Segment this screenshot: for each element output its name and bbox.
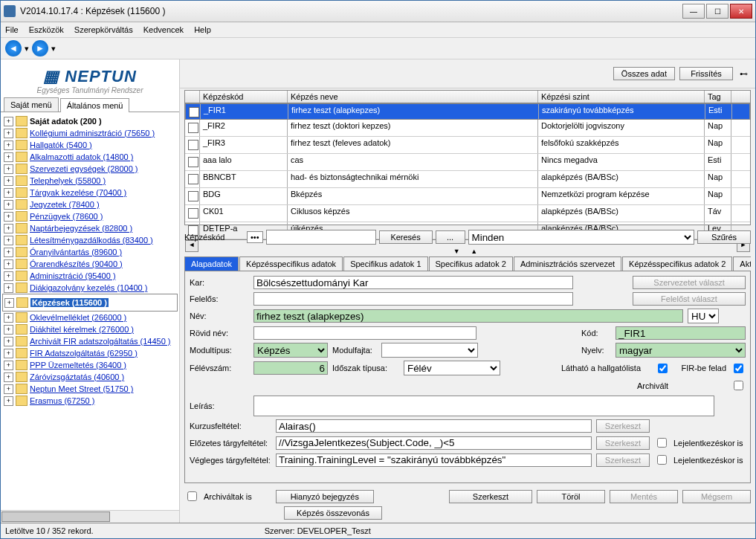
- tree-node[interactable]: +Alkalmazotti adatok (14800 ): [2, 151, 178, 163]
- chevron-down-icon[interactable]: ▾: [25, 44, 29, 54]
- osszevonas-button[interactable]: Képzés összevonás: [284, 506, 382, 520]
- expand-icon[interactable]: +: [4, 361, 13, 370]
- tree-node[interactable]: +Diákhitel kérelmek (276000 ): [2, 323, 178, 335]
- kurzus-field[interactable]: [276, 419, 592, 433]
- chevron-down-icon[interactable]: ▾: [51, 44, 56, 54]
- table-row[interactable]: BBNCBThad- és biztonságtechnikai mérnöki…: [185, 171, 750, 188]
- nav-forward-button[interactable]: ►: [32, 40, 48, 57]
- tree-node[interactable]: +Létesítménygazdálkodás (83400 ): [2, 234, 178, 246]
- tab-kepzesspec[interactable]: Képzésspecifikus adatok: [239, 256, 343, 271]
- row-check[interactable]: [189, 107, 199, 117]
- tree-node[interactable]: +Saját adatok (200 ): [2, 115, 178, 127]
- tree-node[interactable]: +Oklevélmelléklet (266000 ): [2, 312, 178, 323]
- archivaltak-check[interactable]: [187, 491, 197, 501]
- expand-icon[interactable]: +: [4, 298, 14, 308]
- col-tag[interactable]: Tag: [705, 91, 731, 103]
- tree-hscroll[interactable]: [1, 510, 179, 523]
- modulfajta-select[interactable]: [381, 343, 478, 358]
- expand-icon[interactable]: +: [4, 141, 13, 150]
- expand-icon[interactable]: +: [4, 236, 13, 245]
- all-data-button[interactable]: Összes adat: [613, 67, 675, 80]
- menu-role[interactable]: Szerepkörváltás: [74, 25, 133, 34]
- kod-field[interactable]: [616, 326, 746, 340]
- felelos-field[interactable]: [253, 292, 573, 306]
- splitter-icon[interactable]: ▼ ▲: [180, 248, 755, 256]
- expand-icon[interactable]: +: [4, 271, 13, 281]
- tab-aktu[interactable]: Aktu: [733, 256, 751, 271]
- lathato-check[interactable]: [658, 364, 668, 373]
- tab-alapadatok[interactable]: Alapadatok: [184, 256, 239, 271]
- expand-icon[interactable]: +: [4, 396, 13, 406]
- elozetes-lejel-check[interactable]: [657, 438, 667, 448]
- menu-tools[interactable]: Eszközök: [29, 25, 64, 34]
- search-combo[interactable]: Minden: [468, 230, 694, 245]
- row-check[interactable]: [188, 157, 198, 167]
- tab-kepzesspec2[interactable]: Képzésspecifikus adatok 2: [622, 256, 732, 271]
- lang-select[interactable]: HU: [688, 309, 719, 323]
- tab-spec1[interactable]: Specifikus adatok 1: [343, 256, 427, 271]
- expand-icon[interactable]: +: [4, 212, 13, 222]
- expand-icon[interactable]: +: [4, 349, 13, 358]
- expand-icon[interactable]: +: [4, 283, 13, 293]
- maximize-button[interactable]: ☐: [706, 4, 728, 19]
- modultipus-select[interactable]: Képzés: [253, 343, 328, 358]
- leiras-field[interactable]: [253, 396, 714, 416]
- mentes-button[interactable]: Mentés: [610, 490, 678, 503]
- szervezet-button[interactable]: Szervezetet választ: [633, 276, 746, 289]
- tree-node[interactable]: +Órarendkészítés (90400 ): [2, 258, 178, 270]
- tree-node[interactable]: +Hallgatók (5400 ): [2, 139, 178, 151]
- expand-icon[interactable]: +: [4, 313, 13, 323]
- row-check[interactable]: [188, 208, 198, 219]
- tab-spec2[interactable]: Specifikus adatok 2: [429, 256, 513, 271]
- idoszak-select[interactable]: Félév: [404, 361, 500, 375]
- expand-icon[interactable]: +: [4, 200, 13, 210]
- expand-icon[interactable]: +: [4, 176, 13, 186]
- tree-node[interactable]: +Adminisztráció (95400 ): [2, 270, 178, 282]
- pin-icon[interactable]: ⊷: [737, 68, 749, 80]
- nav-tree[interactable]: +Saját adatok (200 )+Kollégiumi adminisz…: [1, 112, 179, 510]
- tree-node[interactable]: +Telephelyek (55800 ): [2, 175, 178, 187]
- row-check[interactable]: [188, 191, 198, 201]
- kar-field[interactable]: [253, 276, 573, 289]
- expand-icon[interactable]: +: [4, 117, 13, 126]
- expand-icon[interactable]: +: [4, 384, 13, 394]
- menu-file[interactable]: File: [5, 25, 19, 34]
- szerkeszt-button[interactable]: Szerkeszt: [449, 490, 532, 503]
- felelos-button[interactable]: Felelőst választ: [633, 292, 746, 306]
- minimize-button[interactable]: —: [682, 4, 705, 19]
- tree-node[interactable]: +Archivált FIR adatszolgáltatás (14450 ): [2, 335, 178, 347]
- search-mode-icon[interactable]: •••: [247, 231, 263, 243]
- expand-icon[interactable]: +: [4, 259, 13, 269]
- table-row[interactable]: aaa lalocasNincs megadvaEsti: [185, 154, 750, 171]
- felevszam-field[interactable]: [253, 361, 328, 375]
- tree-node[interactable]: +Kollégiumi adminisztráció (75650 ): [2, 127, 178, 139]
- search-button[interactable]: Keresés: [379, 230, 433, 244]
- col-kepzesneve[interactable]: Képzés neve: [288, 91, 538, 103]
- rovidnev-field[interactable]: [253, 326, 476, 340]
- tree-node[interactable]: +Neptun Meet Street (51750 ): [2, 383, 178, 395]
- tree-node[interactable]: +Képzések (115600 ): [2, 294, 178, 312]
- tree-node[interactable]: +Pénzügyek (78600 ): [2, 210, 178, 222]
- expand-icon[interactable]: +: [4, 129, 13, 138]
- col-kepzeskod[interactable]: Képzéskód: [200, 91, 288, 103]
- vegleges-lejel-check[interactable]: [657, 455, 667, 465]
- expand-icon[interactable]: +: [4, 337, 13, 346]
- tab-admin[interactable]: Adminisztrációs szervezet: [514, 256, 621, 271]
- refresh-button[interactable]: Frissítés: [679, 67, 733, 80]
- nyelv-select[interactable]: magyar: [616, 343, 746, 358]
- expand-icon[interactable]: +: [4, 224, 13, 233]
- expand-icon[interactable]: +: [4, 248, 13, 257]
- torol-button[interactable]: Töröl: [537, 490, 605, 503]
- table-row[interactable]: CK01Ciklusos képzésalapképzés (BA/BSc)Tá…: [185, 205, 750, 222]
- menu-fav[interactable]: Kedvencek: [143, 25, 184, 34]
- archivalt-check[interactable]: [734, 381, 743, 390]
- table-row[interactable]: _FIR1firhez teszt (alapkepzes)szakirányú…: [185, 103, 750, 120]
- row-check[interactable]: [188, 123, 198, 133]
- filter-button[interactable]: Szűrés: [697, 230, 751, 244]
- tree-node[interactable]: +Diákigazolvány kezelés (10400 ): [2, 282, 178, 294]
- table-row[interactable]: BDGBképzésNemzetközi program képzéseNap: [185, 188, 750, 205]
- hianyzo-button[interactable]: Hianyzó bejegyzés: [276, 490, 374, 503]
- table-row[interactable]: _FIR3firhez teszt (feleves adatok)felsőf…: [185, 137, 750, 154]
- tree-node[interactable]: +Szervezeti egységek (28000 ): [2, 163, 178, 175]
- expand-icon[interactable]: +: [4, 164, 13, 174]
